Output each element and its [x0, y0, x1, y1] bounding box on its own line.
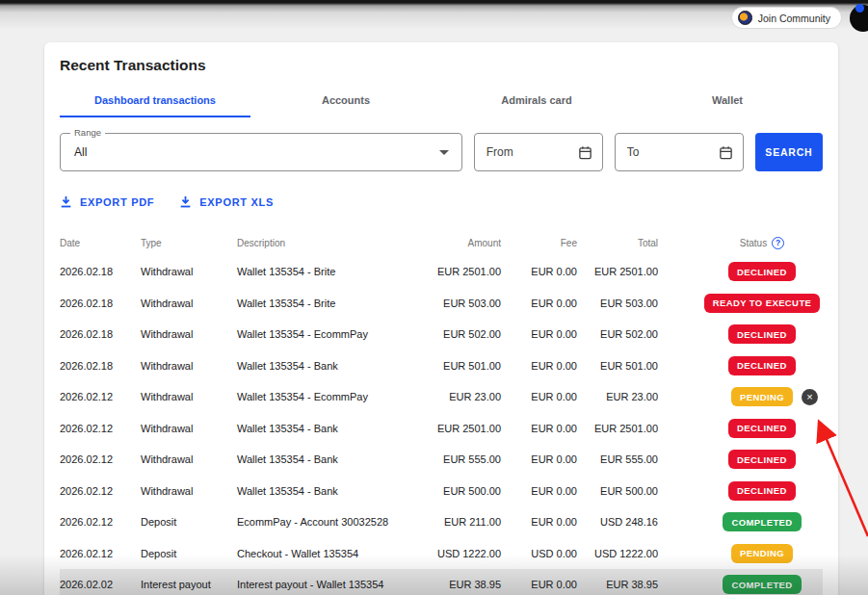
table-row[interactable]: 2026.02.18 Withdrawal Wallet 135354 - Br… — [60, 256, 823, 288]
cell-amount: EUR 211.00 — [416, 516, 501, 528]
date-to-field[interactable] — [615, 133, 744, 171]
tab-label: Accounts — [322, 94, 370, 106]
date-to-input[interactable] — [627, 145, 709, 159]
cell-total: EUR 23.00 — [577, 391, 658, 402]
status-badge: COMPLETED — [723, 512, 801, 531]
cell-fee: EUR 0.00 — [501, 453, 577, 465]
search-button[interactable]: SEARCH — [755, 133, 823, 171]
cell-amount: EUR 502.00 — [416, 328, 501, 340]
user-avatar[interactable] — [850, 5, 868, 32]
cell-type: Withdrawal — [141, 360, 237, 372]
cell-description: Wallet 135354 - Bank — [237, 423, 416, 434]
cell-description: Wallet 135354 - Brite — [237, 298, 416, 309]
cell-type: Withdrawal — [141, 485, 237, 497]
status-badge: DECLINED — [728, 419, 796, 438]
cell-description: Wallet 135354 - EcommPay — [237, 328, 416, 340]
range-select-value: All — [74, 145, 87, 159]
table-row[interactable]: 2026.02.12 Withdrawal Wallet 135354 - Ba… — [60, 413, 823, 445]
cell-total: EUR 503.00 — [577, 298, 658, 309]
cell-type: Withdrawal — [141, 328, 237, 340]
table-row[interactable]: 2026.02.12 Deposit EcommPay - Account 30… — [60, 506, 823, 538]
cell-fee: EUR 0.00 — [501, 266, 577, 277]
tab-label: Wallet — [712, 94, 743, 106]
tab-label: Admirals card — [501, 94, 571, 106]
table-header: Date Type Description Amount Fee Total S… — [60, 235, 823, 250]
table-row[interactable]: 2026.02.18 Withdrawal Wallet 135354 - Ec… — [60, 319, 823, 350]
export-pdf-button[interactable]: EXPORT PDF — [60, 195, 154, 210]
column-header-status: Status — [740, 238, 767, 248]
cell-type: Withdrawal — [141, 391, 237, 402]
cell-date: 2026.02.12 — [60, 391, 141, 402]
cell-type: Withdrawal — [141, 423, 237, 434]
page-title: Recent Transactions — [60, 56, 823, 75]
join-community-button[interactable]: Join Community — [731, 7, 842, 29]
cell-total: USD 1222.00 — [577, 548, 658, 559]
cell-amount: EUR 38.95 — [416, 579, 501, 590]
filter-row: Range All SEARCH — [60, 133, 823, 171]
table-row[interactable]: 2026.02.18 Withdrawal Wallet 135354 - Ba… — [60, 350, 823, 382]
table-body: 2026.02.18 Withdrawal Wallet 135354 - Br… — [60, 256, 823, 595]
status-badge: DECLINED — [728, 324, 796, 344]
cell-date: 2026.02.12 — [60, 485, 141, 497]
cell-total: EUR 2501.00 — [577, 266, 658, 277]
cell-amount: EUR 2501.00 — [416, 266, 501, 277]
cell-amount: EUR 555.00 — [416, 453, 501, 465]
cell-type: Interest payout — [141, 579, 237, 590]
tab-wallet[interactable]: Wallet — [632, 85, 823, 117]
help-icon[interactable]: ? — [772, 237, 784, 249]
cell-fee: EUR 0.00 — [501, 423, 577, 434]
cell-description: Interest payout - Wallet 135354 — [237, 579, 416, 590]
table-row[interactable]: 2026.02.12 Withdrawal Wallet 135354 - Ba… — [60, 476, 823, 507]
export-pdf-label: EXPORT PDF — [80, 196, 154, 208]
table-row[interactable]: 2026.02.12 Withdrawal Wallet 135354 - Ba… — [60, 444, 823, 476]
status-badge: DECLINED — [728, 450, 796, 469]
calendar-icon[interactable] — [578, 145, 592, 160]
cell-date: 2026.02.18 — [60, 360, 141, 372]
range-select[interactable]: Range All — [60, 133, 462, 171]
status-badge: DECLINED — [728, 481, 796, 501]
cell-total: EUR 2501.00 — [577, 423, 658, 434]
notification-dot — [855, 4, 864, 13]
cell-fee: EUR 0.00 — [501, 516, 577, 528]
cell-type: Withdrawal — [141, 298, 237, 309]
calendar-icon[interactable] — [719, 145, 733, 160]
export-xls-label: EXPORT XLS — [199, 196, 274, 208]
cancel-transaction-button[interactable]: × — [802, 389, 818, 405]
cell-description: Wallet 135354 - Bank — [237, 453, 416, 465]
tab-accounts[interactable]: Accounts — [250, 85, 441, 117]
cell-date: 2026.02.18 — [60, 298, 141, 309]
status-badge: PENDING — [731, 544, 793, 563]
export-xls-button[interactable]: EXPORT XLS — [179, 195, 274, 210]
column-header-date: Date — [60, 238, 141, 248]
cell-type: Withdrawal — [141, 266, 237, 277]
table-row[interactable]: 2026.02.12 Withdrawal Wallet 135354 - Ec… — [60, 381, 823, 413]
status-badge: READY TO EXECUTE — [704, 294, 821, 313]
cell-date: 2026.02.18 — [60, 328, 141, 340]
cell-date: 2026.02.12 — [60, 453, 141, 465]
cell-fee: EUR 0.00 — [501, 579, 577, 590]
status-badge: COMPLETED — [723, 575, 801, 594]
date-from-field[interactable] — [474, 133, 603, 171]
cell-description: EcommPay - Account 30032528 — [237, 516, 416, 528]
table-row[interactable]: 2026.02.12 Deposit Checkout - Wallet 135… — [60, 538, 823, 570]
cell-date: 2026.02.12 — [60, 548, 141, 559]
cell-description: Wallet 135354 - Brite — [237, 266, 416, 277]
table-row[interactable]: 2026.02.02 Interest payout Interest payo… — [60, 569, 823, 595]
cell-amount: EUR 2501.00 — [416, 423, 501, 434]
cell-date: 2026.02.18 — [60, 266, 141, 277]
tab-dashboard-transactions[interactable]: Dashboard transactions — [60, 85, 250, 117]
chevron-down-icon — [439, 150, 449, 155]
cell-total: USD 248.16 — [577, 516, 658, 528]
date-from-input[interactable] — [487, 145, 568, 159]
cell-date: 2026.02.12 — [60, 516, 141, 528]
cell-type: Withdrawal — [141, 453, 237, 465]
cell-amount: EUR 500.00 — [416, 485, 501, 497]
cell-type: Deposit — [141, 516, 237, 528]
cell-total: EUR 38.95 — [577, 579, 658, 590]
cell-amount: EUR 503.00 — [416, 298, 501, 309]
table-row[interactable]: 2026.02.18 Withdrawal Wallet 135354 - Br… — [60, 288, 823, 320]
download-icon — [179, 195, 192, 210]
cell-amount: EUR 23.00 — [416, 391, 501, 402]
tab-admirals-card[interactable]: Admirals card — [441, 85, 632, 117]
tab-bar: Dashboard transactions Accounts Admirals… — [60, 85, 823, 117]
